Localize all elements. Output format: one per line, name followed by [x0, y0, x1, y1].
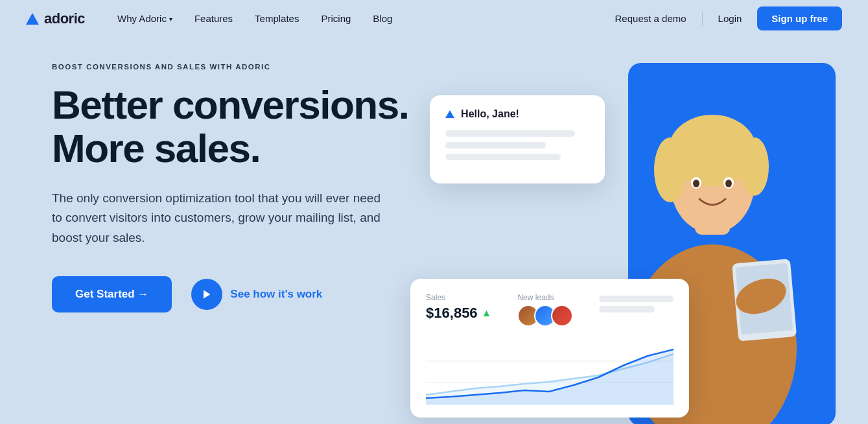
nav-blog[interactable]: Blog [364, 8, 401, 29]
nav-divider [702, 12, 703, 25]
how-it-works-button[interactable]: See how it's work [191, 279, 322, 310]
nav-links: Why Adoric ▾ Features Templates Pricing … [108, 8, 606, 29]
leads-label: New leads [517, 293, 573, 302]
request-demo-button[interactable]: Request a demo [606, 8, 696, 29]
hero-section: Boost conversions and sales with Adoric … [0, 37, 868, 424]
nav-templates[interactable]: Templates [246, 8, 308, 29]
nav-pricing[interactable]: Pricing [312, 8, 360, 29]
hero-title: Better conversions. More sales. [52, 84, 449, 171]
get-started-button[interactable]: Get Started → [52, 276, 172, 312]
avatar-group [517, 305, 573, 327]
sales-stat: Sales $16,856 ▲ [426, 293, 491, 322]
chevron-down-icon: ▾ [169, 16, 172, 23]
svg-point-4 [654, 137, 686, 202]
dashboard-stats-top: Sales $16,856 ▲ New leads [426, 293, 674, 327]
hero-left: Boost conversions and sales with Adoric … [52, 56, 449, 424]
chart-svg [426, 340, 674, 405]
nav-why-adoric[interactable]: Why Adoric ▾ [108, 8, 182, 29]
navbar: adoric Why Adoric ▾ Features Templates P… [0, 0, 868, 37]
sales-value: $16,856 ▲ [426, 305, 491, 322]
bar-line-1 [599, 296, 674, 302]
nav-features[interactable]: Features [185, 8, 242, 29]
login-button[interactable]: Login [709, 8, 751, 29]
nav-right: Request a demo Login Sign up free [606, 6, 842, 30]
line-chart [426, 340, 674, 405]
card-hello-line-3 [445, 154, 561, 160]
adoric-mini-logo-icon [445, 110, 454, 118]
card-hello-header: Hello, Jane! [445, 108, 589, 120]
leads-stat: New leads [517, 293, 573, 327]
svg-point-5 [740, 137, 769, 196]
hero-eyebrow: Boost conversions and sales with Adoric [52, 63, 449, 71]
hero-buttons: Get Started → See how it's work [52, 276, 449, 312]
signup-button[interactable]: Sign up free [757, 6, 842, 30]
svg-point-8 [693, 180, 699, 187]
hello-popup-card: Hello, Jane! [430, 95, 605, 183]
bar-line-2 [599, 306, 655, 312]
stat-bar-placeholder [599, 293, 674, 312]
brand-name: adoric [44, 10, 85, 27]
leads-avatars [517, 305, 573, 327]
card-hello-greeting: Hello, Jane! [461, 108, 519, 120]
brand-logo[interactable]: adoric [26, 10, 85, 27]
card-hello-line-1 [445, 130, 575, 137]
dashboard-stats-card: Sales $16,856 ▲ New leads [410, 279, 689, 418]
svg-point-9 [725, 180, 732, 187]
logo-triangle-icon [26, 13, 39, 25]
hero-right: Hello, Jane! Sales $16,856 ▲ New leads [449, 56, 816, 424]
avatar-3 [551, 305, 573, 327]
card-hello-line-2 [445, 142, 546, 148]
trend-up-icon: ▲ [482, 307, 492, 319]
play-icon [191, 279, 222, 310]
hero-subtitle: The only conversion optimization tool th… [52, 189, 389, 248]
sales-label: Sales [426, 293, 491, 302]
